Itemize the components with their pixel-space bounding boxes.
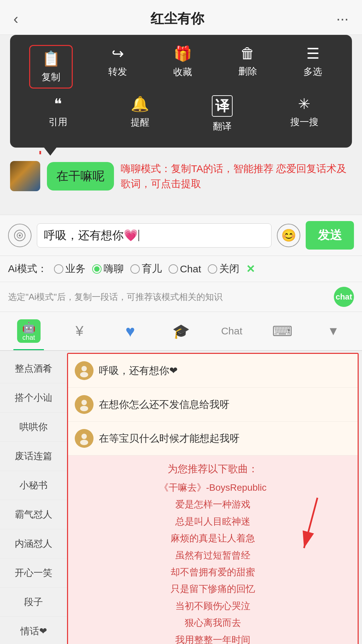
contact-avatar: [10, 161, 40, 191]
main-content: 整点酒肴 搭个小讪 哄哄你 废话连篇 小秘书 霸气怼人 内涵怼人 开心一笑 段子…: [0, 351, 362, 644]
tab-school[interactable]: 🎓: [156, 316, 206, 347]
message-input[interactable]: 呼吸，还有想你💗: [37, 223, 272, 248]
chat-robot-icon[interactable]: chat: [334, 287, 354, 307]
svg-point-5: [81, 366, 87, 371]
radio-business[interactable]: 业务: [54, 262, 85, 276]
radio-circle-off: [208, 264, 217, 274]
more-button[interactable]: ···: [336, 10, 349, 27]
tab-down[interactable]: ▼: [308, 317, 359, 345]
emoji-button[interactable]: 😊: [277, 224, 300, 247]
song-section-title: 为您推荐以下歌曲：: [78, 462, 348, 476]
suggestion-item-1[interactable]: 在想你怎么还不发信息给我呀: [68, 388, 358, 422]
radio-text-parenting: 育儿: [142, 262, 162, 276]
sidebar-item-secretary[interactable]: 小秘书: [0, 471, 67, 500]
heart-icon: ♥: [125, 322, 135, 340]
annotation-area: 在干嘛呢 嗨聊模式：复制TA的话，智能推荐 恋爱回复话术及歌词，可点击提取: [0, 148, 362, 215]
input-area: 呼吸，还有想你💗 😊 发送: [0, 215, 362, 256]
tab-heart[interactable]: ♥: [105, 315, 156, 348]
suggestion-avatar-0: [75, 361, 94, 380]
sidebar-item-paragraph[interactable]: 段子: [0, 588, 67, 617]
menu-item-copy[interactable]: 📋 复制: [29, 45, 73, 89]
header: ‹ 红尘有你 ···: [0, 0, 362, 35]
svg-point-7: [81, 400, 87, 405]
radio-text-haichat: 嗨聊: [104, 262, 124, 276]
robot-tab-icon: 🤖 chat: [17, 319, 41, 343]
menu-item-delete[interactable]: 🗑 删除: [228, 45, 268, 89]
suggestion-text-1: 在想你怎么还不发信息给我呀: [99, 398, 230, 412]
delete-label: 删除: [238, 65, 257, 78]
radio-text-off: 关闭: [219, 262, 239, 276]
translate-icon: 译: [212, 95, 233, 117]
chat-bubble[interactable]: 在干嘛呢: [47, 162, 114, 191]
menu-item-forward[interactable]: ↪ 转发: [98, 45, 138, 89]
radio-circle-chat: [169, 264, 178, 274]
ai-hint-text: 选定"Ai模式"后，复制一段话，可推荐该模式相关的知识: [8, 291, 223, 303]
sidebar-item-domineering[interactable]: 霸气怼人: [0, 500, 67, 529]
song-line-9: 我用整整一年时间: [78, 632, 348, 644]
radio-circle-parenting: [130, 264, 140, 274]
search-icon: ✳: [298, 95, 310, 112]
svg-point-10: [80, 440, 88, 445]
context-menu: 📋 复制 ↪ 转发 🎁 收藏 🗑 删除 ☰ 多选 ❝ 引用 🔔 提醒 译: [10, 35, 352, 148]
suggestion-avatar-2: [75, 429, 94, 448]
right-panel: 呼吸，还有想你❤ 在想你怎么还不发信息给我呀 在等宝贝什么时候才能想起我呀: [67, 353, 359, 644]
emoji-icon: 😊: [281, 228, 296, 243]
chat-tab-label: Chat: [221, 325, 242, 337]
tab-chat[interactable]: Chat: [206, 318, 257, 344]
user-avatar-icon-1: [77, 398, 91, 411]
radio-off[interactable]: 关闭: [208, 262, 239, 276]
sidebar-item-love-talk[interactable]: 情话❤: [0, 617, 67, 644]
tab-keyboard[interactable]: ⌨: [257, 316, 308, 347]
voice-icon: [14, 229, 26, 241]
sidebar-item-coax[interactable]: 哄哄你: [0, 413, 67, 442]
sidebar-item-nonsense[interactable]: 废话连篇: [0, 442, 67, 471]
menu-item-quote[interactable]: ❝ 引用: [38, 95, 78, 133]
remind-icon: 🔔: [131, 95, 149, 113]
translate-label: 翻译: [213, 120, 232, 133]
menu-item-multiselect[interactable]: ☰ 多选: [293, 45, 333, 89]
song-line-5: 却不曾拥有爱的甜蜜: [78, 564, 348, 581]
sidebar-item-bar[interactable]: 整点酒肴: [0, 354, 67, 383]
menu-item-collect[interactable]: 🎁 收藏: [163, 45, 203, 89]
menu-item-search[interactable]: ✳ 搜一搜: [284, 95, 324, 133]
robot-label: chat: [336, 292, 352, 302]
suggestion-item-2[interactable]: 在等宝贝什么时候才能想起我呀: [68, 422, 358, 455]
ai-mode-label: Ai模式：: [8, 262, 47, 276]
left-sidebar: 整点酒肴 搭个小讪 哄哄你 废话连篇 小秘书 霸气怼人 内涵怼人 开心一笑 段子…: [0, 351, 67, 644]
multiselect-label: 多选: [303, 65, 322, 78]
input-text: 呼吸，还有想你💗: [44, 228, 138, 243]
send-button[interactable]: 发送: [306, 221, 354, 250]
school-icon: 🎓: [172, 323, 190, 339]
context-menu-row-2: ❝ 引用 🔔 提醒 译 翻译 ✳ 搜一搜: [17, 95, 345, 133]
robot-tab-label: chat: [22, 334, 35, 341]
cursor: [138, 230, 139, 241]
radio-haichat[interactable]: 嗨聊: [92, 262, 124, 276]
tab-money[interactable]: ¥: [54, 316, 105, 346]
ai-close-button[interactable]: ✕: [246, 263, 255, 275]
search-label: 搜一搜: [290, 116, 318, 128]
song-line-7: 当初不顾伤心哭泣: [78, 598, 348, 614]
sidebar-item-laugh[interactable]: 开心一笑: [0, 558, 67, 588]
radio-text-chat: Chat: [180, 263, 201, 275]
radio-dot-haichat: [94, 266, 100, 272]
voice-button[interactable]: [8, 224, 32, 247]
tab-robot[interactable]: 🤖 chat: [3, 312, 54, 350]
keyboard-icon: ⌨: [272, 323, 293, 339]
radio-circle-business: [54, 264, 63, 274]
sidebar-item-connotation[interactable]: 内涵怼人: [0, 529, 67, 558]
svg-line-12: [304, 498, 317, 548]
user-avatar-icon-2: [77, 432, 91, 445]
copy-label: 复制: [42, 71, 60, 84]
radio-chat[interactable]: Chat: [169, 263, 201, 275]
collect-icon: 🎁: [174, 45, 192, 62]
multiselect-icon: ☰: [306, 45, 319, 62]
radio-parenting[interactable]: 育儿: [130, 262, 162, 276]
suggestion-item-0[interactable]: 呼吸，还有想你❤: [68, 354, 358, 388]
delete-icon: 🗑: [240, 45, 255, 62]
menu-item-remind[interactable]: 🔔 提醒: [120, 95, 160, 133]
user-avatar-icon-0: [77, 364, 91, 377]
menu-item-translate[interactable]: 译 翻译: [202, 95, 242, 133]
song-line-8: 狠心离我而去: [78, 614, 348, 631]
sidebar-item-hang[interactable]: 搭个小讪: [0, 383, 67, 413]
back-button[interactable]: ‹: [13, 10, 18, 27]
